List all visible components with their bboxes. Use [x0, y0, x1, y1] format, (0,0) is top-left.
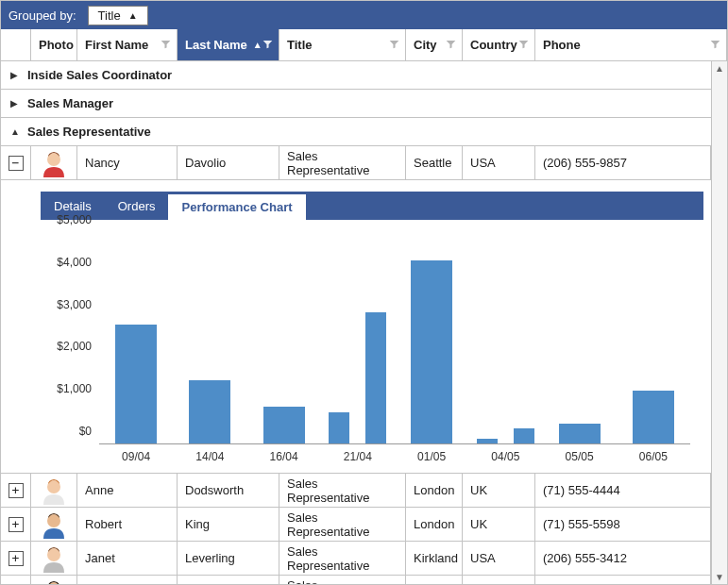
table-row[interactable]: + Anne Dodsworth Sales Representative Lo… — [1, 474, 711, 508]
group-by-label: Grouped by: — [8, 8, 76, 23]
filter-icon[interactable] — [262, 38, 273, 52]
filter-icon[interactable] — [710, 38, 720, 52]
chart-bar — [411, 260, 452, 443]
sort-asc-icon: ▲ — [128, 10, 138, 21]
chart-bar — [559, 424, 601, 443]
chart-y-axis: $0$1,000$2,000$3,000$4,000$5,000 — [52, 233, 95, 444]
avatar — [40, 149, 68, 177]
performance-chart: $0$1,000$2,000$3,000$4,000$5,000 09/0414… — [41, 220, 703, 469]
chart-bar — [477, 439, 498, 443]
column-header-title[interactable]: Title — [279, 29, 406, 60]
scroll-up-icon[interactable]: ▲ — [712, 63, 727, 74]
grid-body: ▶ Inside Sales Coordinator ▶ Sales Manag… — [1, 61, 711, 584]
chart-x-tick: 05/05 — [543, 444, 617, 463]
chart-x-tick: 21/04 — [321, 444, 395, 463]
group-field-label: Title — [98, 8, 121, 23]
chart-bar — [189, 380, 230, 443]
chart-x-tick: 01/05 — [395, 444, 468, 463]
detail-tabs: Details Orders Performance Chart — [41, 192, 703, 220]
column-header-photo[interactable]: Photo — [31, 29, 77, 60]
cell-phone: (206) 555-9857 — [535, 146, 711, 179]
scroll-down-icon[interactable]: ▼ — [712, 572, 727, 582]
column-header-row: Photo First Name Last Name ▲ Title City … — [1, 29, 727, 61]
filter-icon[interactable] — [446, 38, 456, 52]
chart-x-tick: 14/04 — [173, 444, 246, 463]
group-header-sales-manager[interactable]: ▶ Sales Manager — [1, 90, 711, 118]
avatar — [40, 544, 68, 573]
filter-icon[interactable] — [161, 38, 171, 52]
cell-last-name: Davolio — [178, 146, 279, 179]
chevron-down-icon: ▲ — [10, 126, 20, 137]
expand-button[interactable]: + — [8, 517, 24, 532]
group-tag-title[interactable]: Title ▲ — [88, 6, 148, 25]
group-header-inside-sales[interactable]: ▶ Inside Sales Coordinator — [1, 61, 711, 90]
table-row[interactable]: − Nancy Davolio Sales Representative Sea… — [1, 146, 711, 180]
expand-button[interactable]: + — [8, 551, 24, 566]
sort-asc-icon: ▲ — [253, 40, 262, 50]
chart-bar — [115, 325, 157, 443]
table-row[interactable]: + Margaret Peacock Sales Representative … — [1, 576, 711, 584]
group-label: Sales Manager — [27, 96, 113, 110]
chart-y-tick: $1,000 — [57, 382, 92, 395]
chevron-right-icon: ▶ — [10, 98, 20, 109]
column-header-country[interactable]: Country — [463, 29, 535, 60]
vertical-scroll-gutter[interactable]: ▲ ▼ — [711, 61, 727, 584]
avatar — [40, 476, 68, 505]
chart-plot-area — [99, 233, 690, 444]
expand-button[interactable]: + — [8, 483, 24, 498]
grid-body-wrap: ▶ Inside Sales Coordinator ▶ Sales Manag… — [1, 61, 727, 584]
avatar — [40, 578, 68, 585]
column-header-phone[interactable]: Phone — [535, 29, 727, 60]
avatar — [40, 510, 68, 539]
cell-city: Seattle — [406, 146, 463, 179]
tab-performance-chart[interactable]: Performance Chart — [168, 194, 305, 220]
column-header-city[interactable]: City — [406, 29, 463, 60]
chart-y-tick: $0 — [79, 425, 92, 438]
column-header-toggle — [1, 29, 31, 60]
cell-country: USA — [463, 146, 535, 179]
filter-icon[interactable] — [389, 38, 399, 52]
chart-x-axis: 09/0414/0416/0421/0401/0504/0505/0506/05 — [99, 444, 690, 463]
chart-x-tick: 04/05 — [468, 444, 542, 463]
chart-y-tick: $5,000 — [57, 213, 92, 226]
group-header-sales-rep[interactable]: ▲ Sales Representative — [1, 118, 711, 146]
column-header-last-name[interactable]: Last Name ▲ — [178, 29, 279, 60]
chart-bar — [514, 428, 534, 443]
collapse-button[interactable]: − — [8, 156, 24, 171]
chart-bar — [365, 312, 386, 443]
chart-y-tick: $4,000 — [57, 256, 92, 269]
table-row[interactable]: + Janet Leverling Sales Representative K… — [1, 542, 711, 576]
chart-x-tick: 16/04 — [247, 444, 321, 463]
grid-root: Grouped by: Title ▲ Photo First Name Las… — [0, 0, 728, 585]
chevron-right-icon: ▶ — [10, 70, 20, 80]
group-label: Inside Sales Coordinator — [27, 68, 172, 82]
filter-icon[interactable] — [518, 38, 529, 52]
tab-orders[interactable]: Orders — [105, 192, 169, 220]
column-header-first-name[interactable]: First Name — [77, 29, 178, 60]
chart-y-tick: $2,000 — [57, 340, 92, 353]
chart-bar — [329, 412, 349, 443]
table-row[interactable]: + Robert King Sales Representative Londo… — [1, 508, 711, 542]
chart-y-tick: $3,000 — [57, 298, 92, 311]
chart-bar — [263, 407, 305, 443]
chart-bar — [633, 391, 674, 443]
chart-x-tick: 09/04 — [99, 444, 173, 463]
cell-first-name: Nancy — [77, 146, 178, 179]
chart-x-tick: 06/05 — [617, 444, 690, 463]
row-detail-panel: Details Orders Performance Chart $0$1,00… — [1, 180, 711, 474]
group-label: Sales Representative — [27, 125, 151, 139]
group-panel: Grouped by: Title ▲ — [1, 1, 727, 29]
cell-title: Sales Representative — [279, 146, 406, 179]
